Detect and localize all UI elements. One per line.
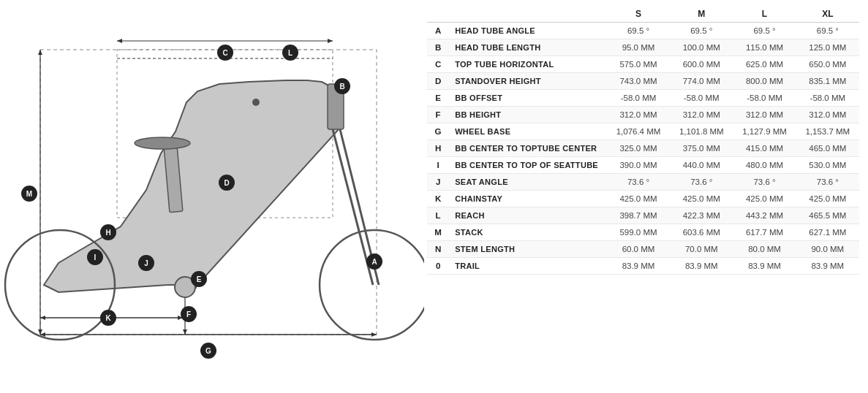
row-label: BB HEIGHT xyxy=(449,107,607,123)
table-row: J SEAT ANGLE 73.6 ° 73.6 ° 73.6 ° 73.6 ° xyxy=(427,174,859,191)
svg-text:G: G xyxy=(205,347,211,355)
table-row: I BB CENTER TO TOP OF SEATTUBE 390.0 MM … xyxy=(427,157,859,174)
row-s: -58.0 MM xyxy=(607,90,670,107)
svg-text:F: F xyxy=(186,310,191,318)
table-row: G WHEEL BASE 1,076.4 MM 1,101.8 MM 1,127… xyxy=(427,123,859,140)
table-row: K CHAINSTAY 425.0 MM 425.0 MM 425.0 MM 4… xyxy=(427,191,859,207)
table-row: L REACH 398.7 MM 422.3 MM 443.2 MM 465.5… xyxy=(427,207,859,224)
row-l: 443.2 MM xyxy=(733,207,796,224)
row-s: 743.0 MM xyxy=(607,73,670,90)
col-header-xl: XL xyxy=(796,6,859,23)
col-header-label xyxy=(449,6,607,23)
col-header-m: M xyxy=(670,6,733,23)
table-row: E BB OFFSET -58.0 MM -58.0 MM -58.0 MM -… xyxy=(427,90,859,107)
row-l: 80.0 MM xyxy=(733,241,796,258)
svg-text:K: K xyxy=(105,314,111,322)
bike-diagram: A B C D E F G H I J K L xyxy=(0,0,424,393)
row-xl: 69.5 ° xyxy=(796,23,859,39)
svg-marker-4 xyxy=(371,332,377,337)
row-label: BB OFFSET xyxy=(449,90,607,107)
table-row: D STANDOVER HEIGHT 743.0 MM 774.0 MM 800… xyxy=(427,73,859,90)
row-id: K xyxy=(427,191,449,207)
svg-point-29 xyxy=(135,137,190,149)
row-s: 95.0 MM xyxy=(607,39,670,56)
row-id: 0 xyxy=(427,258,449,275)
col-header-id xyxy=(427,6,449,23)
row-xl: 73.6 ° xyxy=(796,174,859,191)
row-xl: 465.5 MM xyxy=(796,207,859,224)
row-m: 83.9 MM xyxy=(670,258,733,275)
row-l: 625.0 MM xyxy=(733,56,796,73)
svg-text:A: A xyxy=(371,258,377,266)
row-l: 115.0 MM xyxy=(733,39,796,56)
svg-marker-10 xyxy=(183,329,187,335)
row-l: 1,127.9 MM xyxy=(733,123,796,140)
row-xl: 1,153.7 MM xyxy=(796,123,859,140)
row-label: STACK xyxy=(449,224,607,241)
row-label: BB CENTER TO TOP OF SEATTUBE xyxy=(449,157,607,174)
row-xl: 650.0 MM xyxy=(796,56,859,73)
row-xl: 627.1 MM xyxy=(796,224,859,241)
row-xl: 83.9 MM xyxy=(796,258,859,275)
row-id: F xyxy=(427,107,449,123)
row-xl: -58.0 MM xyxy=(796,90,859,107)
row-l: 312.0 MM xyxy=(733,107,796,123)
col-header-l: L xyxy=(733,6,796,23)
row-id: G xyxy=(427,123,449,140)
table-row: M STACK 599.0 MM 603.6 MM 617.7 MM 627.1… xyxy=(427,224,859,241)
table-row: B HEAD TUBE LENGTH 95.0 MM 100.0 MM 115.… xyxy=(427,39,859,56)
row-label: TRAIL xyxy=(449,258,607,275)
svg-text:J: J xyxy=(144,259,148,267)
svg-marker-6 xyxy=(40,316,45,320)
row-label: WHEEL BASE xyxy=(449,123,607,140)
table-row: N STEM LENGTH 60.0 MM 70.0 MM 80.0 MM 90… xyxy=(427,241,859,258)
row-s: 60.0 MM xyxy=(607,241,670,258)
table-row: C TOP TUBE HORIZONTAL 575.0 MM 600.0 MM … xyxy=(427,56,859,73)
row-m: 69.5 ° xyxy=(670,23,733,39)
row-label: HEAD TUBE ANGLE xyxy=(449,23,607,39)
row-m: 1,101.8 MM xyxy=(670,123,733,140)
svg-marker-20 xyxy=(328,39,333,43)
row-m: 440.0 MM xyxy=(670,157,733,174)
svg-text:M: M xyxy=(26,190,32,198)
geometry-table-wrap: S M L XL A HEAD TUBE ANGLE 69.5 ° 69.5 °… xyxy=(424,0,868,393)
row-s: 69.5 ° xyxy=(607,23,670,39)
row-id: C xyxy=(427,56,449,73)
row-l: 415.0 MM xyxy=(733,140,796,157)
row-s: 575.0 MM xyxy=(607,56,670,73)
row-xl: 312.0 MM xyxy=(796,107,859,123)
row-id: M xyxy=(427,224,449,241)
row-s: 325.0 MM xyxy=(607,140,670,157)
row-s: 1,076.4 MM xyxy=(607,123,670,140)
row-m: 425.0 MM xyxy=(670,191,733,207)
svg-text:B: B xyxy=(339,83,344,91)
table-row: A HEAD TUBE ANGLE 69.5 ° 69.5 ° 69.5 ° 6… xyxy=(427,23,859,39)
row-s: 83.9 MM xyxy=(607,258,670,275)
row-label: STANDOVER HEIGHT xyxy=(449,73,607,90)
row-id: D xyxy=(427,73,449,90)
row-s: 599.0 MM xyxy=(607,224,670,241)
row-m: 603.6 MM xyxy=(670,224,733,241)
row-label: REACH xyxy=(449,207,607,224)
row-l: 83.9 MM xyxy=(733,258,796,275)
row-l: 69.5 ° xyxy=(733,23,796,39)
row-m: 70.0 MM xyxy=(670,241,733,258)
svg-text:I: I xyxy=(94,253,97,262)
row-l: 480.0 MM xyxy=(733,157,796,174)
row-xl: 835.1 MM xyxy=(796,73,859,90)
row-m: 600.0 MM xyxy=(670,56,733,73)
row-label: HEAD TUBE LENGTH xyxy=(449,39,607,56)
row-l: 425.0 MM xyxy=(733,191,796,207)
row-label: TOP TUBE HORIZONTAL xyxy=(449,56,607,73)
row-l: 800.0 MM xyxy=(733,73,796,90)
row-m: 73.6 ° xyxy=(670,174,733,191)
svg-text:D: D xyxy=(224,179,229,187)
row-id: I xyxy=(427,157,449,174)
row-l: -58.0 MM xyxy=(733,90,796,107)
svg-text:L: L xyxy=(288,49,293,57)
row-xl: 465.0 MM xyxy=(796,140,859,157)
table-row: H BB CENTER TO TOPTUBE CENTER 325.0 MM 3… xyxy=(427,140,859,157)
row-s: 312.0 MM xyxy=(607,107,670,123)
row-id: B xyxy=(427,39,449,56)
svg-text:E: E xyxy=(197,275,202,283)
